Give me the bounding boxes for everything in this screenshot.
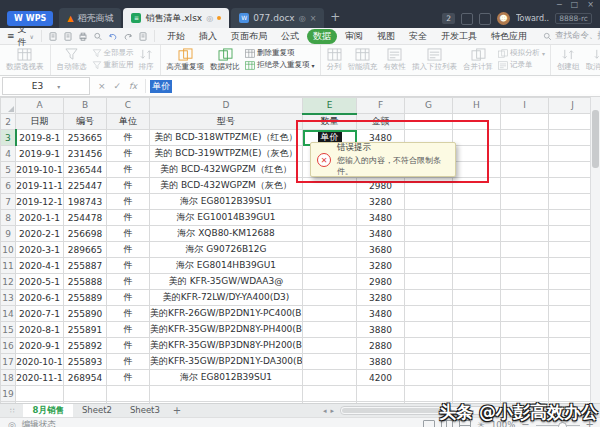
command-search[interactable]: 查找命令、搜索模板 (543, 30, 600, 42)
cell[interactable]: 海尔 EG8012B39SU1 (150, 370, 303, 386)
ribbon-button-高亮重复项[interactable]: 高亮重复项 ▾ (164, 46, 208, 76)
cell[interactable] (150, 386, 303, 402)
vertical-scrollbar[interactable] (590, 97, 600, 403)
titlebar-tool-icon[interactable] (479, 13, 491, 25)
horizontal-scrollbar-thumb[interactable] (342, 408, 452, 413)
row-header-x[interactable] (1, 402, 16, 404)
cell[interactable]: 美的KFR-35GW/BP2DN8Y-PH400(B3) (150, 322, 303, 338)
cell[interactable]: 2020-8-1 (16, 322, 64, 338)
cell[interactable] (357, 402, 405, 404)
cell[interactable] (405, 210, 453, 226)
ribbon-button-智能填充[interactable]: 智能填充 (345, 46, 381, 74)
cell[interactable]: 件 (107, 370, 150, 386)
formula-input[interactable]: 单价 (146, 78, 600, 94)
cell[interactable]: 2020-9-1 (16, 338, 64, 354)
ribbon-button-自动筛选[interactable]: 自动筛选 (54, 46, 90, 74)
cell[interactable]: 美的 BCD-318WTPZM(E)（红色） (150, 130, 303, 146)
cell[interactable] (501, 386, 549, 402)
cell[interactable]: 3880 (357, 322, 405, 338)
column-header-C[interactable]: C (107, 98, 150, 114)
cell[interactable] (303, 322, 357, 338)
cell[interactable] (405, 242, 453, 258)
cell[interactable] (303, 386, 357, 402)
cell[interactable]: 2019-11-1 (16, 178, 64, 194)
cell[interactable]: 255892 (64, 338, 107, 354)
cell[interactable]: 2020-1-1 (16, 210, 64, 226)
cell[interactable] (501, 274, 549, 290)
cell[interactable] (150, 402, 303, 404)
cell[interactable] (453, 242, 501, 258)
row-header-16[interactable]: 16 (1, 338, 16, 354)
select-all-corner[interactable] (1, 98, 16, 114)
cell[interactable] (16, 402, 64, 404)
cell[interactable]: 件 (107, 194, 150, 210)
cell[interactable]: 254478 (64, 210, 107, 226)
cell[interactable]: 3480 (357, 226, 405, 242)
cell[interactable] (303, 194, 357, 210)
column-header-E[interactable]: E (303, 98, 357, 114)
cell[interactable]: 海尔 G90726B12G (150, 242, 303, 258)
cell[interactable]: 255889 (64, 290, 107, 306)
row-header-4[interactable]: 4 (1, 146, 16, 162)
cell[interactable]: 2020-5-1 (16, 274, 64, 290)
cell[interactable]: 件 (107, 210, 150, 226)
cell[interactable] (303, 178, 357, 194)
cell[interactable] (501, 338, 549, 354)
cell[interactable]: 件 (107, 242, 150, 258)
row-header-19[interactable]: 19 (1, 386, 16, 402)
cell[interactable] (405, 178, 453, 194)
cell[interactable] (405, 338, 453, 354)
scroll-right-icon[interactable]: ▸ (330, 407, 334, 415)
menu-item-审阅[interactable]: 审阅 (339, 29, 369, 44)
cell[interactable]: 2020-7-1 (16, 306, 64, 322)
cell[interactable] (453, 130, 501, 146)
cell[interactable]: 2020-10-1 (16, 354, 64, 370)
print-icon[interactable] (78, 32, 88, 41)
name-box[interactable]: E3 ▾ (2, 77, 90, 95)
tab-spreadsheet[interactable]: ≡ 销售清单.xlsx ◎ (123, 8, 229, 28)
cell[interactable]: 美的KFR-35GW/BP3DN8Y-PH200(B1) (150, 338, 303, 354)
sheet-list-icon[interactable]: ∷ (10, 407, 15, 415)
ribbon-button-全部显示[interactable]: 全部显示 (92, 48, 134, 58)
column-header-A[interactable]: A (16, 98, 64, 114)
ribbon-button-创建组[interactable]: 创建组 (554, 46, 583, 74)
menu-item-视图[interactable]: 视图 (371, 29, 401, 44)
cell[interactable] (405, 194, 453, 210)
sheet-tab-Sheet3[interactable]: Sheet3 (121, 404, 169, 417)
cell[interactable]: 255893 (64, 354, 107, 370)
cell[interactable] (303, 306, 357, 322)
column-header-B[interactable]: B (64, 98, 107, 114)
cell[interactable]: 海尔 EG10014B39GU1 (150, 210, 303, 226)
cell[interactable] (405, 258, 453, 274)
cell[interactable]: 2020-3-1 (16, 242, 64, 258)
cell[interactable] (303, 402, 357, 404)
cell[interactable] (303, 242, 357, 258)
cell[interactable]: 件 (107, 162, 150, 178)
ribbon-button-分列[interactable]: 分列 (324, 46, 345, 74)
cell[interactable]: 美的 KFR-35GW/WDAA3@ (150, 274, 303, 290)
cell[interactable] (303, 338, 357, 354)
cell[interactable]: 件 (107, 338, 150, 354)
cell[interactable] (453, 194, 501, 210)
menu-item-开发工具[interactable]: 开发工具 (435, 29, 483, 44)
cell[interactable]: 256698 (64, 226, 107, 242)
cell[interactable] (405, 114, 453, 130)
sheet-tab-Sheet2[interactable]: Sheet2 (73, 404, 121, 417)
cell[interactable]: 255891 (64, 322, 107, 338)
cell[interactable] (501, 114, 549, 130)
column-header-G[interactable]: G (405, 98, 453, 114)
cell[interactable]: 海尔 XQB80-KM12688 (150, 226, 303, 242)
cell[interactable]: 2019-10-1 (16, 162, 64, 178)
menu-item-开始[interactable]: 开始 (161, 29, 191, 44)
cell[interactable] (501, 162, 549, 178)
menu-item-公式[interactable]: 公式 (275, 29, 305, 44)
cell[interactable]: 236544 (64, 162, 107, 178)
cell[interactable]: 3480 (357, 306, 405, 322)
ribbon-button-重新应用[interactable]: 重新应用 (92, 60, 134, 70)
cell[interactable]: 2019-12-1 (16, 194, 64, 210)
cell[interactable]: 件 (107, 290, 150, 306)
ribbon-button-有效性[interactable]: 有效性 ▾ (381, 46, 410, 76)
cell[interactable] (303, 274, 357, 290)
export-icon[interactable] (63, 32, 73, 41)
cell[interactable]: 美的 BCD-432WGPZM（灰色） (150, 178, 303, 194)
